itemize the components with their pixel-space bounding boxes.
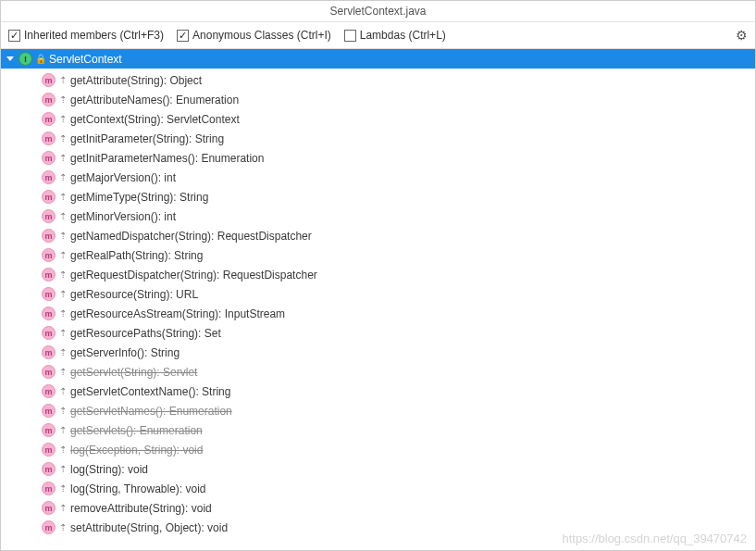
method-row[interactable]: m⇡getInitParameterNames(): Enumeration <box>1 148 755 168</box>
method-icon: m <box>42 93 56 106</box>
method-row[interactable]: m⇡getServletContextName(): String <box>1 382 755 401</box>
method-row[interactable]: m⇡getServlets(): Enumeration <box>1 420 755 440</box>
inherit-up-icon: ⇡ <box>58 406 68 416</box>
method-row[interactable]: m⇡getMinorVersion(): int <box>1 207 755 226</box>
method-icon: m <box>42 307 56 320</box>
method-row[interactable]: m⇡getResource(String): URL <box>1 284 755 304</box>
inherit-up-icon: ⇡ <box>58 308 68 319</box>
inherited-members-label: Inherited members (Ctrl+F3) <box>24 29 164 42</box>
inherit-up-icon: ⇡ <box>58 386 68 396</box>
checkbox-icon: ✓ <box>8 30 20 42</box>
expand-arrow-icon <box>6 56 14 61</box>
method-row[interactable]: m⇡getServlet(String): Servlet <box>1 362 755 382</box>
method-icon: m <box>42 209 56 223</box>
method-label: getAttribute(String): Object <box>70 74 202 87</box>
tree-root-row[interactable]: I 🔒 ServletContext <box>1 49 755 69</box>
inherit-up-icon: ⇡ <box>58 347 68 357</box>
method-label: getNamedDispatcher(String): RequestDispa… <box>70 230 312 243</box>
method-label: getServletContextName(): String <box>70 385 230 398</box>
method-label: getResource(String): URL <box>70 288 198 301</box>
method-row[interactable]: m⇡getRealPath(String): String <box>1 245 755 265</box>
method-row[interactable]: m⇡getMajorVersion(): int <box>1 168 755 187</box>
method-label: getRequestDispatcher(String): RequestDis… <box>70 269 317 282</box>
method-label: log(Exception, String): void <box>70 444 203 457</box>
inherit-up-icon: ⇡ <box>58 153 68 163</box>
toolbar: ✓ Inherited members (Ctrl+F3) ✓ Anonymou… <box>1 22 755 49</box>
method-row[interactable]: m⇡getMimeType(String): String <box>1 187 755 207</box>
inherit-up-icon: ⇡ <box>58 231 68 241</box>
method-icon: m <box>42 131 56 145</box>
watermark-text: https://blog.csdn.net/qq_39470742 <box>563 532 748 545</box>
method-row[interactable]: m⇡getContext(String): ServletContext <box>1 109 755 129</box>
method-row[interactable]: m⇡getResourcePaths(String): Set <box>1 323 755 343</box>
lock-icon: 🔒 <box>35 54 46 64</box>
method-row[interactable]: m⇡getInitParameter(String): String <box>1 129 755 148</box>
method-label: getAttributeNames(): Enumeration <box>70 94 239 106</box>
method-icon: m <box>42 365 56 379</box>
method-icon: m <box>42 248 56 262</box>
inherit-up-icon: ⇡ <box>58 522 68 532</box>
inherited-members-checkbox[interactable]: ✓ Inherited members (Ctrl+F3) <box>8 29 164 42</box>
inherit-up-icon: ⇡ <box>58 192 68 202</box>
root-label: ServletContext <box>49 53 122 66</box>
method-row[interactable]: m⇡getResourceAsStream(String): InputStre… <box>1 304 755 323</box>
inherit-up-icon: ⇡ <box>58 75 68 85</box>
inherit-up-icon: ⇡ <box>58 483 68 494</box>
method-icon: m <box>42 520 56 534</box>
method-label: getMimeType(String): String <box>70 191 208 204</box>
method-icon: m <box>42 482 56 495</box>
method-label: getRealPath(String): String <box>70 249 203 262</box>
method-row[interactable]: m⇡log(String): void <box>1 459 755 479</box>
inherit-up-icon: ⇡ <box>58 114 68 124</box>
interface-icon: I <box>19 52 32 66</box>
method-icon: m <box>42 170 56 184</box>
method-label: getServletNames(): Enumeration <box>70 405 232 418</box>
method-label: getServerInfo(): String <box>70 346 180 359</box>
method-icon: m <box>42 326 56 340</box>
inherit-up-icon: ⇡ <box>58 503 68 513</box>
method-row[interactable]: m⇡getNamedDispatcher(String): RequestDis… <box>1 226 755 245</box>
method-label: getResourcePaths(String): Set <box>70 327 221 340</box>
anonymous-classes-checkbox[interactable]: ✓ Anonymous Classes (Ctrl+I) <box>177 29 331 42</box>
method-list: m⇡getAttribute(String): Objectm⇡getAttri… <box>1 69 755 537</box>
method-icon: m <box>42 345 56 359</box>
method-label: getMajorVersion(): int <box>70 171 176 184</box>
method-row[interactable]: m⇡getAttributeNames(): Enumeration <box>1 90 755 109</box>
lambdas-checkbox[interactable]: Lambdas (Ctrl+L) <box>344 29 446 42</box>
inherit-up-icon: ⇡ <box>58 367 68 377</box>
method-icon: m <box>42 404 56 418</box>
checkbox-icon <box>344 30 356 42</box>
method-icon: m <box>42 462 56 476</box>
method-label: getServlet(String): Servlet <box>70 366 197 379</box>
inherit-up-icon: ⇡ <box>58 425 68 435</box>
method-icon: m <box>42 443 56 457</box>
method-label: getResourceAsStream(String): InputStream <box>70 307 285 320</box>
inherit-up-icon: ⇡ <box>58 464 68 474</box>
method-icon: m <box>42 112 56 126</box>
inherit-up-icon: ⇡ <box>58 172 68 182</box>
checkbox-icon: ✓ <box>177 30 189 42</box>
method-row[interactable]: m⇡getServerInfo(): String <box>1 343 755 362</box>
method-row[interactable]: m⇡log(String, Throwable): void <box>1 479 755 498</box>
method-row[interactable]: m⇡getRequestDispatcher(String): RequestD… <box>1 265 755 284</box>
method-label: log(String, Throwable): void <box>70 482 206 495</box>
method-label: getInitParameter(String): String <box>70 132 224 145</box>
method-row[interactable]: m⇡getAttribute(String): Object <box>1 70 755 90</box>
inherit-up-icon: ⇡ <box>58 211 68 221</box>
method-label: getInitParameterNames(): Enumeration <box>70 152 264 165</box>
method-row[interactable]: m⇡getServletNames(): Enumeration <box>1 401 755 420</box>
method-label: getServlets(): Enumeration <box>70 424 203 437</box>
method-icon: m <box>42 229 56 243</box>
inherit-up-icon: ⇡ <box>58 289 68 299</box>
inherit-up-icon: ⇡ <box>58 269 68 280</box>
gear-icon[interactable]: ⚙ <box>736 28 748 43</box>
method-label: log(String): void <box>70 463 148 476</box>
method-icon: m <box>42 423 56 437</box>
method-row[interactable]: m⇡removeAttribute(String): void <box>1 498 755 518</box>
method-icon: m <box>42 151 56 165</box>
inherit-up-icon: ⇡ <box>58 250 68 260</box>
method-icon: m <box>42 287 56 301</box>
method-icon: m <box>42 384 56 398</box>
inherit-up-icon: ⇡ <box>58 94 68 105</box>
method-row[interactable]: m⇡log(Exception, String): void <box>1 440 755 459</box>
